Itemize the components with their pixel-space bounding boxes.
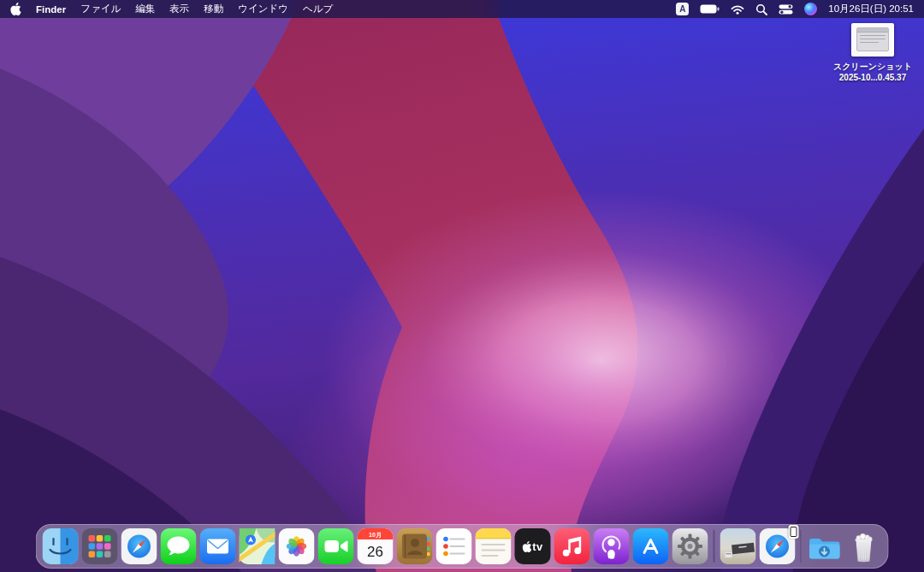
apple-tv-icon: tv <box>515 528 551 564</box>
dock-separator <box>714 530 715 563</box>
menu-clock[interactable]: 10月26日(日) 20:51 <box>828 3 914 15</box>
apple-menu[interactable] <box>10 3 21 15</box>
menu-help[interactable]: ヘルプ <box>303 3 333 15</box>
dock-item-reminders[interactable] <box>436 528 472 564</box>
dock-item-downloads[interactable] <box>807 528 843 564</box>
reminders-icon <box>436 528 472 564</box>
apple-tv-label: tv <box>532 540 543 553</box>
photos-icon <box>279 528 315 564</box>
menu-app-name[interactable]: Finder <box>36 4 66 15</box>
dock-separator <box>800 530 802 563</box>
notes-icon <box>476 528 512 564</box>
dock-item-podcasts[interactable] <box>594 528 630 564</box>
control-center-icon[interactable] <box>779 4 793 15</box>
apple-logo-icon <box>10 3 21 15</box>
battery-icon[interactable] <box>700 3 720 15</box>
dock-item-notes[interactable] <box>476 528 512 564</box>
iphone-badge-icon <box>788 525 798 539</box>
facetime-icon <box>318 528 354 564</box>
dock: 10月 26 <box>36 524 889 569</box>
dock-item-safari[interactable] <box>121 528 157 564</box>
downloads-folder-icon <box>807 528 843 564</box>
spotlight-icon[interactable] <box>755 3 767 15</box>
dock-item-system-preferences[interactable] <box>672 528 708 564</box>
wifi-icon[interactable] <box>731 4 744 15</box>
menu-go[interactable]: 移動 <box>204 3 223 15</box>
dock-item-photos[interactable] <box>279 528 315 564</box>
app-store-icon <box>633 528 669 564</box>
safari-icon <box>121 528 157 564</box>
contacts-icon <box>397 528 433 564</box>
menu-view[interactable]: 表示 <box>169 3 189 15</box>
desktop-file-screenshot[interactable]: スクリーンショット 2025-10...0.45.37 <box>825 23 921 83</box>
trash-full-icon <box>846 528 882 564</box>
dock-item-trash[interactable] <box>846 528 882 564</box>
launchpad-icon <box>82 528 118 564</box>
input-source-icon[interactable]: A <box>676 3 689 15</box>
menu-bar: Finder ファイル 編集 表示 移動 ウインドウ ヘルプ A <box>0 0 924 18</box>
file-label: スクリーンショット 2025-10...0.45.37 <box>833 61 912 83</box>
dock-item-apple-tv[interactable]: tv <box>515 528 551 564</box>
calendar-icon: 10月 26 <box>358 528 394 564</box>
dock-item-finder[interactable] <box>43 528 79 564</box>
dock-item-contacts[interactable] <box>397 528 433 564</box>
dock-item-facetime[interactable] <box>318 528 354 564</box>
dock-item-maps[interactable] <box>240 528 275 564</box>
calendar-day: 26 <box>367 544 383 560</box>
dock-item-music[interactable] <box>554 528 590 564</box>
finder-icon <box>43 528 79 564</box>
siri-icon[interactable] <box>804 3 817 15</box>
system-preferences-icon <box>672 528 708 564</box>
dock-item-app-store[interactable] <box>633 528 669 564</box>
music-icon <box>554 528 590 564</box>
monterey-wallpaper <box>0 0 924 572</box>
macos-desktop: Finder ファイル 編集 表示 移動 ウインドウ ヘルプ A <box>0 0 924 572</box>
dock-item-safari-iphone-handoff[interactable] <box>759 528 795 564</box>
menu-edit[interactable]: 編集 <box>135 3 155 15</box>
dock-item-messages[interactable] <box>161 528 197 564</box>
calendar-month: 10月 <box>369 532 382 539</box>
mail-icon <box>200 528 236 564</box>
dock-item-calendar[interactable]: 10月 26 <box>358 528 394 564</box>
maps-icon <box>240 528 275 564</box>
menu-window[interactable]: ウインドウ <box>238 3 288 15</box>
dock-item-launchpad[interactable] <box>82 528 118 564</box>
screenshot-thumbnail <box>851 23 894 57</box>
menu-file[interactable]: ファイル <box>80 3 121 15</box>
messages-icon <box>161 528 197 564</box>
minimized-window-icon <box>720 528 755 564</box>
dock-item-minimized-window[interactable] <box>720 528 755 564</box>
podcasts-icon <box>594 528 630 564</box>
dock-item-mail[interactable] <box>200 528 236 564</box>
apple-logo-small-icon <box>522 541 531 552</box>
